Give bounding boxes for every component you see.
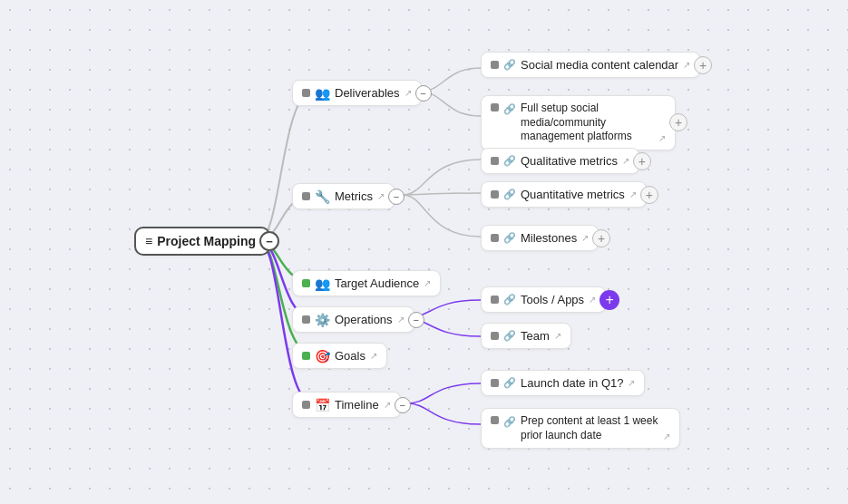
qualitative-label: Qualitative metrics: [521, 154, 618, 168]
social-media-node[interactable]: 🔗 Social media content calendar ↗ +: [481, 52, 700, 78]
deliverables-label: Deliverables: [335, 86, 400, 100]
social-media-arrow[interactable]: ↗: [683, 60, 690, 70]
team-label: Team: [521, 329, 550, 343]
milestones-label: Milestones: [521, 231, 577, 245]
qualitative-add-btn[interactable]: +: [633, 152, 651, 170]
quantitative-label: Quantitative metrics: [521, 188, 625, 201]
connections-svg: [0, 0, 848, 504]
goals-node[interactable]: 🎯 Goals ↗: [292, 343, 387, 369]
prep-content-arrow[interactable]: ↗: [663, 431, 670, 442]
root-label: Project Mapping: [157, 234, 256, 248]
tools-apps-node[interactable]: 🔗 Tools / Apps ↗ +: [481, 286, 606, 313]
operations-expand-btn[interactable]: −: [408, 312, 424, 328]
goals-arrow[interactable]: ↗: [370, 351, 377, 361]
metrics-dot: [302, 192, 310, 200]
operations-label: Operations: [335, 313, 393, 326]
timeline-arrow[interactable]: ↗: [384, 400, 391, 410]
operations-arrow[interactable]: ↗: [397, 315, 405, 325]
deliverables-node[interactable]: 👥 Deliverables ↗ −: [292, 80, 422, 106]
timeline-dot: [302, 401, 310, 409]
goals-label: Goals: [335, 349, 366, 363]
goals-icon: 🎯: [315, 350, 330, 363]
operations-icon: ⚙️: [315, 314, 330, 326]
qualitative-dot: [491, 157, 499, 165]
timeline-node[interactable]: 📅 Timeline ↗ −: [292, 392, 401, 418]
milestones-dot: [491, 234, 499, 242]
launch-date-chain-icon: 🔗: [503, 377, 516, 389]
quantitative-add-btn[interactable]: +: [640, 186, 658, 204]
launch-date-arrow[interactable]: ↗: [628, 378, 635, 388]
prep-content-node[interactable]: 🔗 Prep content at least 1 week prior lau…: [481, 408, 680, 449]
launch-date-dot: [491, 379, 499, 387]
target-audience-icon: 👥: [315, 277, 330, 290]
metrics-icon: 🔧: [315, 190, 330, 203]
root-icon: ≡: [145, 235, 152, 247]
operations-node[interactable]: ⚙️ Operations ↗ −: [292, 306, 414, 333]
quantitative-arrow[interactable]: ↗: [629, 189, 637, 199]
launch-date-node[interactable]: 🔗 Launch date in Q1? ↗: [481, 370, 645, 396]
timeline-icon: 📅: [315, 399, 330, 412]
deliverables-expand-btn[interactable]: −: [415, 85, 432, 102]
target-audience-node[interactable]: 👥 Target Audience ↗: [292, 270, 441, 296]
milestones-arrow[interactable]: ↗: [581, 233, 589, 243]
metrics-label: Metrics: [335, 189, 373, 203]
full-setup-chain-icon: 🔗: [503, 102, 516, 115]
full-setup-dot: [491, 103, 499, 111]
goals-dot: [302, 352, 310, 360]
deliverables-icon: 👥: [315, 87, 330, 100]
social-media-label: Social media content calendar: [521, 58, 678, 72]
team-arrow[interactable]: ↗: [554, 331, 561, 341]
milestones-node[interactable]: 🔗 Milestones ↗ +: [481, 225, 599, 251]
quantitative-dot: [491, 190, 499, 199]
qualitative-arrow[interactable]: ↗: [622, 156, 629, 166]
full-setup-label: Full setup social media/community manage…: [521, 102, 654, 144]
tools-apps-dot: [491, 296, 499, 304]
team-dot: [491, 332, 499, 340]
prep-content-dot: [491, 416, 499, 424]
root-node[interactable]: ≡ Project Mapping −: [134, 227, 270, 256]
operations-dot: [302, 315, 310, 324]
prep-content-chain-icon: 🔗: [503, 415, 516, 428]
target-audience-label: Target Audience: [335, 276, 419, 290]
social-media-dot: [491, 61, 499, 69]
deliverables-dot: [302, 89, 310, 97]
full-setup-node[interactable]: 🔗 Full setup social media/community mana…: [481, 95, 676, 150]
team-chain-icon: 🔗: [503, 330, 516, 342]
social-media-chain-icon: 🔗: [503, 59, 516, 71]
social-media-add-btn[interactable]: +: [694, 56, 712, 74]
tools-apps-arrow[interactable]: ↗: [589, 295, 596, 305]
qualitative-chain-icon: 🔗: [503, 155, 516, 167]
deliverables-arrow[interactable]: ↗: [405, 88, 412, 98]
mindmap-canvas: ≡ Project Mapping − 👥 Deliverables ↗ − 🔧…: [0, 0, 848, 504]
quantitative-chain-icon: 🔗: [503, 189, 516, 200]
quantitative-node[interactable]: 🔗 Quantitative metrics ↗ +: [481, 181, 647, 208]
root-expand-btn[interactable]: −: [259, 231, 279, 251]
team-node[interactable]: 🔗 Team ↗: [481, 323, 571, 349]
tools-apps-label: Tools / Apps: [521, 293, 584, 306]
tools-apps-chain-icon: 🔗: [503, 294, 516, 305]
target-audience-arrow[interactable]: ↗: [424, 278, 431, 288]
tools-apps-add-btn[interactable]: +: [599, 290, 619, 310]
metrics-expand-btn[interactable]: −: [388, 189, 405, 205]
timeline-label: Timeline: [335, 398, 379, 412]
metrics-arrow[interactable]: ↗: [377, 191, 385, 201]
full-setup-add-btn[interactable]: +: [669, 113, 687, 131]
prep-content-label: Prep content at least 1 week prior launc…: [521, 414, 658, 442]
metrics-node[interactable]: 🔧 Metrics ↗ −: [292, 183, 395, 209]
milestones-add-btn[interactable]: +: [592, 229, 610, 247]
launch-date-label: Launch date in Q1?: [521, 376, 623, 390]
full-setup-arrow[interactable]: ↗: [658, 132, 666, 144]
timeline-expand-btn[interactable]: −: [395, 397, 411, 413]
qualitative-node[interactable]: 🔗 Qualitative metrics ↗ +: [481, 148, 639, 174]
milestones-chain-icon: 🔗: [503, 232, 516, 244]
target-audience-dot: [302, 279, 310, 287]
